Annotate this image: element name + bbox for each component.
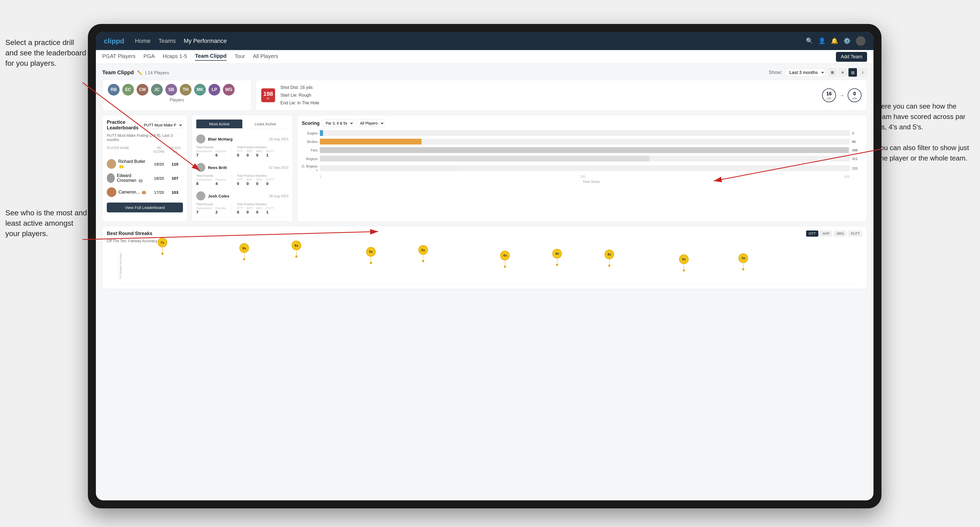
subnav-pga[interactable]: PGA (143, 53, 155, 60)
player-avatar-2[interactable]: EC (122, 84, 134, 95)
streak-node-2: 6x (291, 241, 301, 258)
list-view-icon[interactable]: ≡ (838, 68, 847, 77)
streak-btn-arg[interactable]: ARG (834, 230, 846, 237)
avatar[interactable] (856, 36, 865, 46)
stat-app-3: APP 0 (247, 206, 253, 214)
streak-bubble-9: 3x (738, 253, 748, 263)
streak-line-8 (684, 264, 684, 269)
player-name-2: Edward Crossman 2 (117, 173, 151, 183)
player-count: | 14 Players (145, 70, 169, 75)
stat-practice-1: Practice 6 (215, 149, 226, 157)
player-avatar-6[interactable]: TH (180, 84, 191, 95)
nav-logo: clippd (104, 37, 124, 45)
player-avatar-5[interactable]: SB (165, 84, 177, 95)
stat-app-2: APP 0 (247, 178, 253, 186)
streak-line-2 (296, 250, 297, 256)
player-name-3: Cameron... 3 (119, 190, 146, 195)
stat-app-1: APP 0 (247, 149, 253, 157)
streak-bubble-5: 4x (500, 251, 510, 260)
bar-chart: Eagles3Birdies96Pars499Bogeys311D. Bogey… (302, 130, 862, 172)
drill-select[interactable]: PUTT Must Make Putting ... (140, 121, 183, 129)
player-avatar-7[interactable]: MK (194, 84, 206, 95)
subnav-pgat[interactable]: PGAT Players (102, 53, 135, 60)
active-date-3: 26 Aug 2023 (269, 194, 288, 198)
bar-track-pars (320, 147, 850, 153)
add-team-button[interactable]: Add Team (836, 52, 867, 62)
card-view-icon[interactable]: ▤ (848, 68, 857, 77)
lb-avatar-3 (107, 187, 116, 197)
stat-group-practice-3: Total Practice Activities OTT 0 APP 0 (237, 203, 274, 214)
table-row[interactable]: Edward Crossman 2 18/20 107 (107, 171, 183, 185)
tab-least-active[interactable]: Least Active (242, 119, 288, 128)
stat-practice-3: Practice 2 (215, 206, 226, 214)
end-lie: End Lie: In The Hole (280, 99, 319, 107)
grid-view-icon[interactable]: ⊞ (828, 68, 837, 77)
streaks-buttons: OTT APP ARG PUTT (806, 230, 862, 237)
player-avatar-4[interactable]: JC (151, 84, 163, 95)
streak-node-8: 3x (679, 254, 689, 271)
bar-track-eagles (320, 130, 850, 136)
stat-group-practice-2: Total Practice Activities OTT 0 APP 0 (237, 174, 274, 186)
subnav-allplayers[interactable]: All Players (253, 53, 278, 60)
bar-fill-dbogeys (320, 165, 458, 171)
active-stats-1: Total Rounds Tournament 7 Practice 6 (196, 146, 288, 157)
player-info-3: Cameron... 3 (107, 187, 151, 197)
active-player-header-3: Josh Coles 26 Aug 2023 (196, 191, 288, 200)
show-select[interactable]: Last 3 months Last 6 months Last year (785, 68, 825, 77)
active-player-header-1: Blair McHarg 26 Aug 2023 (196, 135, 288, 143)
person-icon[interactable]: 👤 (818, 38, 826, 44)
streaks-card: Best Round Streaks OTT APP ARG PUTT Off … (102, 226, 867, 289)
active-stats-3: Total Rounds Tournament 7 Practice 2 (196, 203, 288, 214)
scoring-title: Scoring (302, 121, 320, 126)
stat-sub-row-3: Tournament 7 Practice 2 (196, 206, 226, 214)
streak-line-1 (244, 253, 245, 258)
nav-link-myperformance[interactable]: My Performance (184, 38, 227, 44)
nav-link-home[interactable]: Home (135, 38, 151, 44)
sort-icon[interactable]: ↕ (859, 68, 867, 77)
table-row[interactable]: Richard Butler 1 19/20 110 (107, 157, 183, 171)
table-row[interactable]: Cameron... 3 17/20 103 (107, 185, 183, 199)
lb-avg-3: 103 (167, 190, 183, 195)
scoring-header: Scoring Par 3, 4 & 5s All Players (302, 119, 862, 127)
bar-label-birdies: Birdies (302, 140, 318, 144)
streak-btn-ott[interactable]: OTT (806, 230, 818, 237)
view-full-leaderboard-button[interactable]: View Full Leaderboard (107, 203, 183, 213)
streak-chart: % Fairway Accuracy 7x6x6x5x5x4x4x4x3x3x (118, 247, 862, 284)
active-avatar-2 (196, 163, 205, 172)
search-icon[interactable]: 🔍 (806, 38, 813, 44)
nav-link-teams[interactable]: Teams (158, 38, 176, 44)
par-filter-select[interactable]: Par 3, 4 & 5s (322, 119, 354, 127)
player-avatar-9[interactable]: WG (223, 84, 235, 95)
player-avatar-3[interactable]: CM (137, 84, 148, 95)
start-lie: Start Lie: Rough (280, 92, 319, 99)
streak-btn-app[interactable]: APP (820, 230, 832, 237)
lb-score-2: 18/20 (151, 176, 167, 181)
streak-dot-4 (422, 260, 424, 262)
bar-row-birdies: Birdies96 (302, 139, 862, 144)
settings-icon[interactable]: ⚙️ (843, 38, 851, 44)
stat-group-practice-1: Total Practice Activities OTT 0 APP 0 (237, 146, 274, 157)
subnav-teamclippd[interactable]: Team Clippd (195, 53, 227, 61)
tab-most-active[interactable]: Most Active (196, 119, 242, 128)
player-avatar-8[interactable]: LP (208, 84, 220, 95)
edit-icon[interactable]: ✏️ (137, 71, 142, 75)
player-filter-select[interactable]: All Players (356, 119, 385, 127)
shot-circle-1: 16 yds (822, 88, 836, 102)
streak-line-3 (371, 257, 371, 262)
subnav-tour[interactable]: Tour (235, 53, 245, 60)
subnav-hcaps[interactable]: Hcaps 1-5 (163, 53, 187, 60)
stat-putt-3: PUTT 1 (266, 206, 274, 214)
shot-circle-2: 0 yds (848, 88, 861, 102)
stat-ott-1: OTT 0 (237, 149, 243, 157)
stat-group-rounds-3: Total Rounds Tournament 7 Practice 2 (196, 203, 226, 214)
bell-icon[interactable]: 🔔 (831, 38, 838, 44)
player-info-2: Edward Crossman 2 (107, 173, 151, 183)
bar-label-dbogeys: D. Bogeys + (302, 164, 318, 172)
bar-row-eagles: Eagles3 (302, 130, 862, 136)
leaderboard-title: Practice Leaderboards (107, 119, 140, 131)
streak-btn-putt[interactable]: PUTT (848, 230, 862, 237)
player-avatar-1[interactable]: RB (108, 84, 119, 95)
streak-dot-7 (608, 265, 610, 267)
active-player-2: Rees Britt 02 Sep 2023 Total Rounds Tour… (196, 160, 288, 189)
streak-bubble-8: 3x (679, 254, 689, 264)
